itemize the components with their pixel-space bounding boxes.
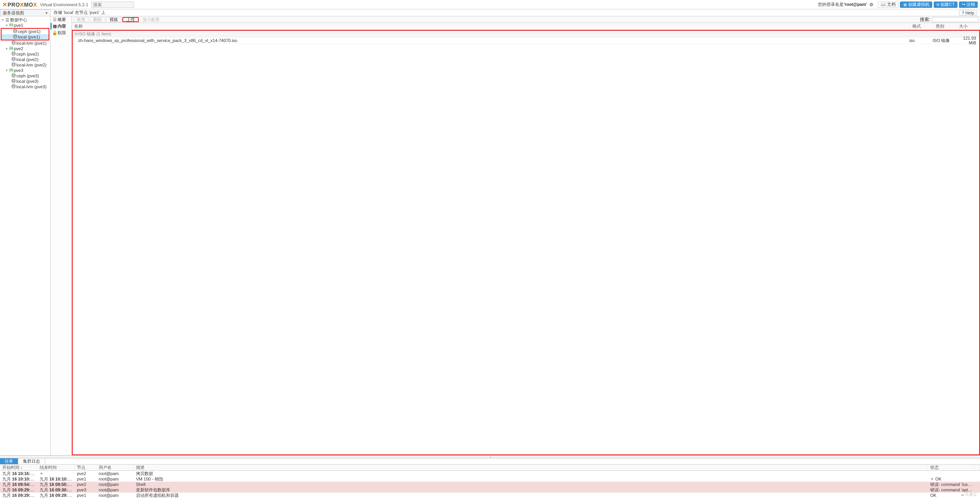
breadcrumb-bar: 存储 'local' 在节点 'pve1' 上 ?Help	[51, 9, 980, 16]
tab-tasks[interactable]: 任务	[0, 458, 18, 464]
tree-storage-item[interactable]: local (pve3)	[0, 79, 50, 84]
tab-summary[interactable]: ☰概要	[51, 16, 71, 23]
spinner-icon: ✶	[930, 477, 934, 481]
show-config-button[interactable]: 显示配置	[140, 17, 163, 22]
grid-header: 名称 格式 类别 大小	[72, 23, 980, 30]
svg-point-2	[14, 30, 17, 31]
login-info: 您的登录名是'root@pam'	[818, 2, 867, 7]
side-tabs: ☰概要 ▦内容 🔒权限	[51, 16, 72, 455]
col-user[interactable]: 用户名	[96, 465, 134, 470]
col-format[interactable]: 格式	[910, 23, 933, 30]
global-search-input[interactable]	[91, 2, 134, 8]
collapse-icon[interactable]: ▾	[5, 23, 9, 27]
log-row[interactable]: 九月 16 10:16:23✶pve2root@pam拷贝数据	[0, 471, 980, 476]
col-name[interactable]: 名称	[72, 23, 910, 30]
node-icon	[9, 46, 14, 51]
datacenter-icon: ☰	[5, 17, 10, 23]
tree-node[interactable]: ▾pve3	[0, 68, 50, 73]
logo-text: X	[20, 1, 24, 8]
storage-icon	[11, 73, 16, 78]
delete-button[interactable]: 删除	[90, 17, 105, 22]
tree-node[interactable]: ▾pve1	[0, 23, 50, 28]
tree-storage-item[interactable]: ceph (pve3)	[0, 73, 50, 79]
storage-icon	[12, 29, 18, 34]
splitter[interactable]: ≡	[0, 455, 980, 458]
storage-icon	[11, 84, 16, 89]
upload-button[interactable]: 上传	[122, 17, 139, 22]
col-end-time[interactable]: 结束时间	[37, 465, 75, 470]
docs-button[interactable]: 📖文档	[878, 2, 898, 8]
tree-datacenter[interactable]: ▾ ☰ 数据中心	[0, 17, 50, 23]
svg-point-9	[12, 63, 15, 64]
grid-search-label: 搜索:	[920, 16, 930, 23]
book-icon: 📖	[881, 2, 886, 7]
view-selector-label: 服务器视图	[3, 10, 24, 16]
node-icon	[9, 68, 14, 73]
col-status[interactable]: 状态	[928, 465, 975, 470]
tab-permissions[interactable]: 🔒权限	[51, 30, 71, 36]
tab-content[interactable]: ▦内容	[51, 23, 71, 30]
collapse-icon[interactable]: ▾	[1, 18, 5, 22]
svg-point-8	[12, 58, 15, 59]
col-node[interactable]: 节点	[75, 465, 96, 470]
tab-cluster-log[interactable]: 集群日志	[18, 458, 45, 464]
logo: ✕ PRO X MO X	[2, 1, 37, 8]
svg-point-4	[12, 41, 15, 42]
tree-storage-item[interactable]: local-lvm (pve2)	[0, 62, 50, 68]
spinner-icon: ✶	[40, 471, 44, 475]
tree-storage-item[interactable]: ceph (pve2)	[0, 51, 50, 57]
log-tabs: 任务 集群日志	[0, 458, 980, 465]
log-row[interactable]: 九月 16 09:54:54九月 16 09:55:04pve2root@pam…	[0, 482, 980, 487]
col-desc[interactable]: 描述	[134, 465, 928, 470]
grid-search-input[interactable]	[932, 17, 978, 22]
restore-button[interactable]: 恢复	[73, 17, 89, 22]
group-header[interactable]: ⊟ ISO 镜像 (1 Item)	[73, 31, 979, 37]
top-bar: ✕ PRO X MO X Virtual Environment 5.2-1 您…	[0, 0, 980, 9]
log-row[interactable]: 九月 16 09:29:04九月 16 09:29:04pve1root@pam…	[0, 493, 980, 498]
view-selector[interactable]: 服务器视图 ▾	[0, 9, 51, 16]
list-icon: ☰	[52, 17, 58, 22]
watermark: ☁亿速云	[961, 492, 977, 497]
col-type[interactable]: 类别	[933, 23, 957, 30]
storage-icon	[11, 63, 16, 67]
content-toolbar: 恢复 删除 模板 上传 显示配置 搜索:	[72, 16, 980, 23]
create-vm-button[interactable]: 🖥创建虚拟机	[900, 2, 932, 8]
tree-storage-item[interactable]: local-lvm (pve1)	[0, 40, 50, 46]
monitor-icon: 🖥	[903, 2, 907, 7]
collapse-icon[interactable]: ▾	[5, 47, 9, 51]
storage-icon	[11, 57, 16, 62]
log-header: 开始时间 ↓ 结束时间 节点 用户名 描述 状态	[0, 465, 980, 471]
col-size[interactable]: 大小	[957, 23, 980, 30]
gear-icon[interactable]: ⚙	[868, 2, 874, 7]
collapse-icon[interactable]: ▾	[5, 68, 9, 72]
global-search[interactable]	[91, 2, 134, 8]
tree-storage-item[interactable]: local (pve1)	[2, 34, 49, 40]
template-button[interactable]: 模板	[106, 17, 122, 22]
grid-row[interactable]: zh-hans_windows_xp_professional_with_ser…	[73, 37, 979, 44]
tree-storage-item[interactable]: local (pve2)	[0, 57, 50, 62]
resource-tree: ▾ ☰ 数据中心 ▾pve1ceph (pve1)local (pve1)loc…	[0, 16, 51, 455]
logout-button[interactable]: ↪注销	[959, 2, 978, 8]
tree-storage-item[interactable]: ceph (pve1)	[2, 29, 49, 34]
logo-text: MO	[24, 2, 33, 8]
node-icon	[9, 23, 14, 28]
col-start-time[interactable]: 开始时间 ↓	[0, 465, 37, 470]
lock-icon: 🔒	[52, 30, 58, 35]
scrollbar-head	[975, 465, 980, 470]
log-row[interactable]: 九月 16 09:29:07九月 16 09:30:30pve3root@pam…	[0, 487, 980, 493]
cube-icon: ⧈	[936, 2, 939, 7]
svg-rect-11	[10, 70, 13, 71]
logo-text: PRO	[8, 2, 20, 8]
help-button[interactable]: ?Help	[959, 10, 977, 16]
create-ct-button[interactable]: ⧈创建CT	[934, 2, 957, 8]
version-label: Virtual Environment 5.2-1	[40, 2, 88, 7]
breadcrumb-text: 存储 'local' 在节点 'pve1' 上	[54, 10, 105, 16]
collapse-icon[interactable]: ⊟	[74, 32, 78, 36]
tree-node[interactable]: ▾pve2	[0, 46, 50, 51]
logout-icon: ↪	[962, 2, 965, 7]
tree-storage-item[interactable]: local-lvm (pve3)	[0, 84, 50, 89]
log-row[interactable]: 九月 16 10:10:41九月 16 10:10:44pve1root@pam…	[0, 476, 980, 482]
content-grid: ⊟ ISO 镜像 (1 Item) zh-hans_windows_xp_pro…	[72, 30, 980, 455]
svg-rect-1	[10, 25, 13, 26]
svg-point-14	[12, 85, 15, 86]
